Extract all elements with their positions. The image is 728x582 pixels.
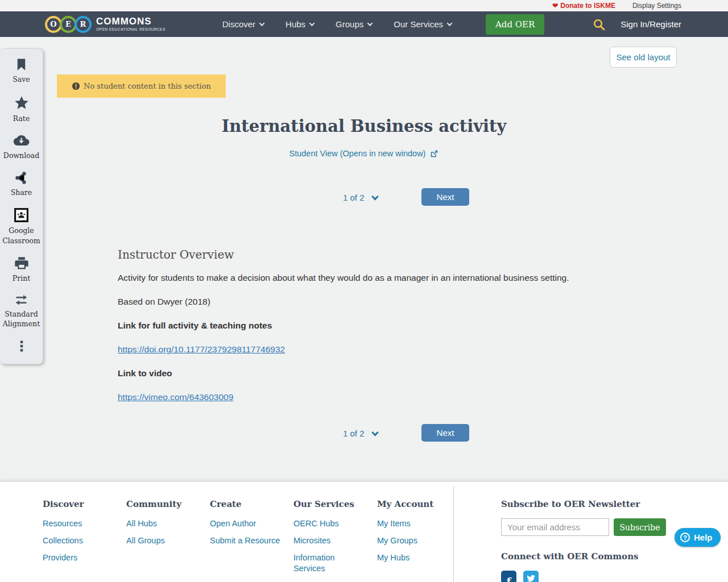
page-select-value: 1 of 2 bbox=[343, 429, 365, 438]
heart-icon: ❤ bbox=[552, 2, 558, 9]
twitter-link[interactable] bbox=[523, 571, 539, 582]
newsletter-heading: Subscribe to OER Newsletter bbox=[501, 499, 672, 509]
nav-item-label: Hubs bbox=[286, 19, 305, 29]
sidebar-item-share[interactable]: Share bbox=[11, 171, 32, 198]
overview-paragraph: Based on Dwyer (2018) bbox=[118, 297, 613, 307]
footer-divider bbox=[453, 487, 454, 582]
chevron-down-icon bbox=[447, 20, 453, 26]
see-old-layout-button[interactable]: See old layout bbox=[610, 47, 677, 68]
footer-link-my-hubs[interactable]: My Hubs bbox=[377, 552, 461, 563]
footer-link-all-groups[interactable]: All Groups bbox=[126, 535, 210, 546]
nav-item-discover[interactable]: Discover bbox=[222, 19, 264, 29]
nav-item-our-services[interactable]: Our Services bbox=[394, 19, 452, 29]
action-sidebar: Save Rate Download Share Google Classroo… bbox=[0, 48, 43, 364]
sidebar-item-label: Share bbox=[11, 188, 32, 198]
sidebar-item-label: Google Classroom bbox=[2, 226, 40, 246]
sidebar-item-standard-alignment[interactable]: Standard Alignment bbox=[2, 293, 40, 329]
footer-link-oerc-hubs[interactable]: OERC Hubs bbox=[293, 518, 369, 529]
sidebar-item-label: Print bbox=[13, 273, 30, 284]
footer-link-submit-a-resource[interactable]: Submit a Resource bbox=[210, 535, 293, 546]
footer-link-resources[interactable]: Resources bbox=[43, 518, 126, 529]
footer-link-my-groups[interactable]: My Groups bbox=[377, 535, 461, 546]
subscribe-button[interactable]: Subscribe bbox=[614, 518, 666, 536]
donate-label: Donate to ISKME bbox=[560, 2, 615, 10]
sidebar-item-print[interactable]: Print bbox=[13, 255, 30, 284]
footer: Discover Resources Collections Providers… bbox=[0, 482, 728, 582]
sidebar-item-more-options[interactable] bbox=[15, 339, 28, 354]
donate-link[interactable]: ❤Donate to ISKME bbox=[552, 2, 615, 10]
footer-heading: My Account bbox=[377, 499, 461, 509]
chevron-down-icon bbox=[371, 193, 379, 201]
alert-info-icon bbox=[72, 82, 80, 90]
nav-right: Sign In/Register bbox=[592, 18, 681, 31]
overview-heading: Instructor Overview bbox=[118, 248, 613, 261]
oer-commons-logo[interactable]: O E R COMMONS OPEN EDUCATIONAL RESOURCES bbox=[45, 16, 166, 33]
student-view-link[interactable]: Student View (Opens in new window) bbox=[289, 149, 439, 158]
next-button-bottom[interactable]: Next bbox=[421, 424, 469, 442]
utility-bar: ❤Donate to ISKME Display Settings bbox=[0, 0, 728, 11]
footer-columns: Discover Resources Collections Providers… bbox=[43, 499, 461, 582]
footer-link-microsites[interactable]: Microsites bbox=[293, 535, 369, 546]
add-oer-button[interactable]: Add OER bbox=[486, 14, 544, 35]
chevron-down-icon bbox=[259, 20, 265, 26]
page-select-value: 1 of 2 bbox=[343, 193, 365, 202]
video-link-label: Link to video bbox=[118, 368, 613, 379]
nav-item-groups[interactable]: Groups bbox=[336, 19, 372, 29]
twitter-icon bbox=[526, 573, 536, 582]
question-mark-icon: ? bbox=[680, 533, 690, 542]
footer-link-my-items[interactable]: My Items bbox=[377, 518, 461, 529]
doi-link[interactable]: https://doi.org/10.1177/2379298117746932 bbox=[118, 344, 613, 355]
chevron-down-icon bbox=[309, 20, 315, 26]
nav-item-label: Discover bbox=[222, 19, 255, 29]
notice-text: No student content in this section bbox=[84, 82, 211, 90]
logo-letter-r: R bbox=[75, 16, 92, 33]
help-button[interactable]: ? Help bbox=[675, 528, 721, 547]
sidebar-item-google-classroom[interactable]: Google Classroom bbox=[2, 207, 40, 246]
newsletter-form: Subscribe bbox=[501, 518, 672, 536]
logo-subtitle: OPEN EDUCATIONAL RESOURCES bbox=[96, 28, 166, 32]
footer-link-providers[interactable]: Providers bbox=[43, 552, 126, 563]
activity-link-label: Link for full activity & teaching notes bbox=[118, 321, 613, 331]
social-links: f bbox=[501, 571, 672, 582]
footer-heading: Our Services bbox=[293, 499, 369, 509]
display-settings-link[interactable]: Display Settings bbox=[632, 2, 681, 10]
help-label: Help bbox=[694, 533, 713, 542]
sidebar-item-label: Save bbox=[13, 74, 30, 85]
share-icon bbox=[14, 171, 28, 185]
student-view-row: Student View (Opens in new window) bbox=[0, 148, 728, 159]
logo-circles-icon: O E R bbox=[45, 16, 92, 33]
overview-paragraph: Activity for students to make a decision… bbox=[118, 273, 613, 283]
vimeo-link[interactable]: https://vimeo.com/643603009 bbox=[118, 392, 613, 402]
facebook-icon: f bbox=[506, 577, 511, 582]
footer-link-collections[interactable]: Collections bbox=[43, 535, 126, 546]
main-content: Save Rate Download Share Google Classroo… bbox=[0, 37, 728, 482]
newsletter-section: Subscribe to OER Newsletter Subscribe Co… bbox=[501, 499, 672, 582]
search-button[interactable] bbox=[592, 18, 606, 31]
footer-heading: Community bbox=[126, 499, 210, 509]
next-button-top[interactable]: Next bbox=[421, 188, 469, 206]
nav-item-hubs[interactable]: Hubs bbox=[286, 19, 314, 29]
swap-arrows-icon bbox=[13, 293, 30, 307]
footer-link-information-services[interactable]: Information Services bbox=[293, 552, 348, 574]
footer-column-my-account: My Account My Items My Groups My Hubs bbox=[377, 499, 461, 582]
star-icon bbox=[13, 94, 30, 111]
logo-text: COMMONS OPEN EDUCATIONAL RESOURCES bbox=[96, 16, 166, 32]
footer-column-discover: Discover Resources Collections Providers bbox=[43, 499, 126, 582]
chevron-down-icon bbox=[367, 20, 373, 26]
page-title: International Business activity bbox=[0, 117, 728, 136]
facebook-link[interactable]: f bbox=[501, 571, 516, 582]
page-select-top[interactable]: 1 of 2 bbox=[343, 193, 378, 202]
footer-link-all-hubs[interactable]: All Hubs bbox=[126, 518, 210, 529]
nav-links: Discover Hubs Groups Our Services bbox=[222, 19, 452, 29]
connect-heading: Connect with OER Commons bbox=[501, 551, 672, 562]
footer-link-open-author[interactable]: Open Author bbox=[210, 518, 293, 529]
page-select-bottom[interactable]: 1 of 2 bbox=[343, 429, 378, 438]
sign-in-register-link[interactable]: Sign In/Register bbox=[621, 19, 681, 29]
nav-item-label: Groups bbox=[336, 19, 363, 29]
more-options-icon bbox=[15, 339, 28, 354]
footer-column-our-services: Our Services OERC Hubs Microsites Inform… bbox=[293, 499, 369, 582]
search-icon bbox=[592, 18, 606, 31]
sidebar-item-save[interactable]: Save bbox=[13, 57, 30, 85]
logo-title: COMMONS bbox=[96, 16, 166, 26]
email-input[interactable] bbox=[501, 518, 609, 536]
